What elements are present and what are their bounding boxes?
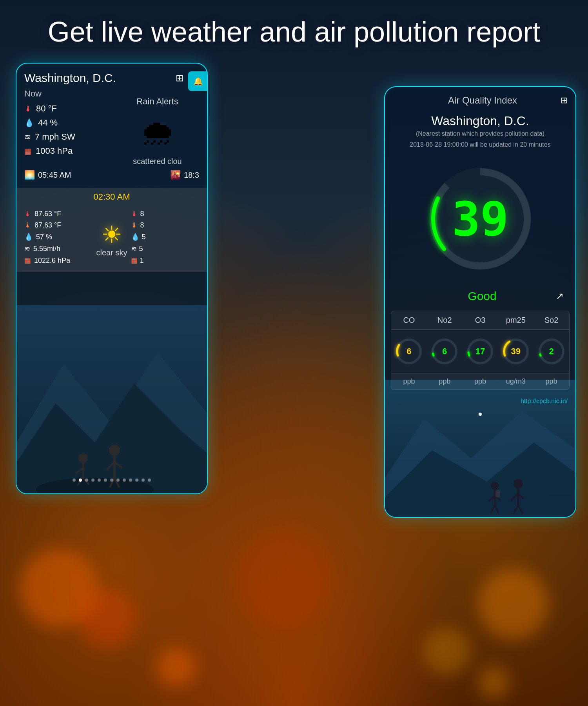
aqi-source: http://cpcb.nic.in/ <box>385 394 575 409</box>
forecast-pressure: 1022.6 hPa <box>34 257 70 265</box>
gauge-co: 6 <box>391 336 427 367</box>
forecast-pressure-row: ▦ 1022.6 hPa <box>24 256 93 265</box>
unit-so2: ppb <box>534 373 569 389</box>
forecast-right-2: 🌡 8 <box>131 221 199 229</box>
unit-no2: ppb <box>427 373 463 389</box>
aqi-grid-icon[interactable]: ⊞ <box>561 95 568 106</box>
dot-7 <box>116 479 120 482</box>
teal-notification-btn[interactable]: 🔔 <box>188 71 208 91</box>
sunrise-icon: 🌅 <box>24 170 35 180</box>
dot-3 <box>91 479 94 482</box>
small-gauge-o3: 17 <box>465 336 496 367</box>
svg-point-9 <box>109 445 120 456</box>
forecast-content: 🌡 87.63 °F 🌡 87.63 °F 💧 57 % ≋ 5.55mi/h … <box>16 206 207 272</box>
bokeh-6 <box>157 647 196 686</box>
temperature-value: 80 °F <box>36 104 57 114</box>
weather-left-panel: Now 🌡 80 °F 💧 44 % ≋ 7 mph SW ▦ 1003 hPa <box>24 89 108 166</box>
pollutant-unit-row: ppb ppb ppb ug/m3 ppb <box>391 373 569 389</box>
aqi-dot-row <box>385 409 575 420</box>
r3-icon: 💧 <box>131 233 140 241</box>
rain-alert-label: Rain Alerts <box>136 96 178 107</box>
sunrise-sunset-row: 🌅 05:45 AM 🌇 18:3 <box>16 166 207 184</box>
r2-icon: 🌡 <box>131 221 138 229</box>
weather-right-panel: Rain Alerts 🌧 scattered clou <box>116 89 199 166</box>
header-co: CO <box>391 311 427 329</box>
gauge-so2: 2 <box>534 336 569 367</box>
aqi-value: 39 <box>452 192 509 246</box>
forecast-temp-high: 87.63 °F <box>34 210 61 218</box>
forecast-right-1: 🌡 8 <box>131 210 199 218</box>
bokeh-7 <box>478 667 510 698</box>
svg-point-4 <box>78 453 88 463</box>
pressure-value: 1003 hPa <box>36 146 73 156</box>
humidity-icon: 💧 <box>24 118 34 127</box>
page-headline: Get live weather and air pollution repor… <box>0 8 588 56</box>
gauge-no2: 6 <box>427 336 463 367</box>
aqi-header: Air Quality Index ⊞ <box>385 87 575 114</box>
weather-phone-card: 🔔 Washington, D.C. ⊞ ↗ Now 🌡 80 °F 💧 44 … <box>16 63 208 494</box>
r5-val: 1 <box>140 257 143 265</box>
forecast-wind-row: ≋ 5.55mi/h <box>24 244 93 253</box>
svg-point-31 <box>491 482 499 489</box>
small-gauge-so2: 2 <box>536 336 567 367</box>
forecast-center: ☀ clear sky <box>96 210 127 268</box>
forecast-humidity: 57 % <box>36 233 52 241</box>
sunrise-value: 05:45 AM <box>38 171 71 180</box>
forecast-temp-high-row: 🌡 87.63 °F <box>24 210 93 218</box>
notification-icon: 🔔 <box>193 76 203 86</box>
aqi-dot-active <box>479 413 482 416</box>
forecast-thermometer-high: 🌡 <box>24 210 31 218</box>
mountain-svg <box>16 305 208 493</box>
weather-main-section: Now 🌡 80 °F 💧 44 % ≋ 7 mph SW ▦ 1003 hPa… <box>16 89 207 166</box>
share-icon-aqi[interactable]: ↗ <box>556 291 564 302</box>
weather-city: Washington, D.C. <box>24 71 116 85</box>
unit-o3: ppb <box>463 373 498 389</box>
aqi-timestamp: 2018-06-28 19:00:00 will be updated in 2… <box>385 139 575 152</box>
unit-pm25: ug/m3 <box>498 373 534 389</box>
aqi-title: Air Quality Index <box>405 95 561 106</box>
pollutant-table: CO No2 O3 pm25 So2 6 <box>391 311 570 390</box>
pressure-row: ▦ 1003 hPa <box>24 146 108 156</box>
clear-sky-label: clear sky <box>96 248 127 257</box>
condition-label: scattered clou <box>133 157 182 166</box>
aqi-status: Good <box>468 289 496 303</box>
wind-icon: ≋ <box>24 132 31 142</box>
small-gauge-co: 6 <box>393 336 425 367</box>
dot-8 <box>123 479 126 482</box>
r5-icon: ▦ <box>131 256 138 265</box>
dot-indicators <box>16 473 207 488</box>
so2-value: 2 <box>549 346 554 357</box>
weather-header: Washington, D.C. ⊞ ↗ <box>16 64 207 89</box>
now-label: Now <box>24 89 108 99</box>
forecast-pressure-icon: ▦ <box>24 256 31 265</box>
dot-10 <box>135 479 138 482</box>
header-no2: No2 <box>427 311 463 329</box>
pm25-value: 39 <box>511 346 521 357</box>
gauge-pm25: 39 <box>498 336 534 367</box>
cloud-rain-icon: 🌧 <box>140 113 175 153</box>
forecast-time: 02:30 AM <box>16 188 207 206</box>
grid-icon[interactable]: ⊞ <box>176 73 183 84</box>
forecast-right: 🌡 8 🌡 8 💧 5 ≋ 5 ▦ 1 <box>131 210 199 268</box>
forecast-wind: 5.55mi/h <box>33 245 60 253</box>
forecast-humidity-icon: 💧 <box>24 233 33 241</box>
weather-scene-bg <box>16 305 207 493</box>
r4-val: 5 <box>139 245 143 253</box>
dot-12 <box>148 479 151 482</box>
bokeh-4 <box>423 628 470 675</box>
sunrise-container: 🌅 05:45 AM <box>24 170 71 180</box>
wind-value: 7 mph SW <box>35 132 75 142</box>
r2-val: 8 <box>140 221 144 229</box>
dot-2 <box>85 479 88 482</box>
svg-rect-37 <box>495 490 500 497</box>
dot-11 <box>142 479 145 482</box>
header-pm25: pm25 <box>498 311 534 329</box>
dot-0 <box>73 479 76 482</box>
forecast-left: 🌡 87.63 °F 🌡 87.63 °F 💧 57 % ≋ 5.55mi/h … <box>24 210 93 268</box>
forecast-right-5: ▦ 1 <box>131 256 199 265</box>
aqi-gauge-container: 39 <box>385 152 575 286</box>
sunset-container: 🌇 18:3 <box>170 170 199 180</box>
pollutant-header-row: CO No2 O3 pm25 So2 <box>391 311 569 330</box>
dot-1 <box>79 479 82 482</box>
aqi-phone-card: Air Quality Index ⊞ Washington, D.C. (Ne… <box>384 86 576 518</box>
